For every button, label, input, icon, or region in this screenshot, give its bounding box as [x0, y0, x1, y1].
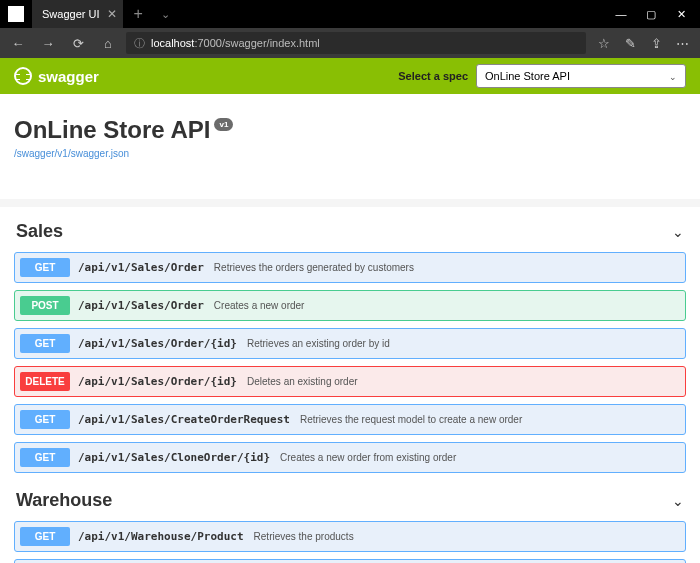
- operation-row[interactable]: GET/api/v1/Warehouse/ProductInventoryGet…: [14, 559, 686, 563]
- address-bar[interactable]: ⓘ localhost:7000/swagger/index.html: [126, 32, 586, 54]
- method-badge: GET: [20, 410, 70, 429]
- close-icon[interactable]: ✕: [107, 7, 117, 21]
- close-window-button[interactable]: ✕: [666, 0, 696, 28]
- operation-path: /api/v1/Warehouse/Product: [78, 530, 244, 543]
- operation-path: /api/v1/Sales/CreateOrderRequest: [78, 413, 290, 426]
- version-badge: v1: [214, 118, 233, 131]
- info-icon: ⓘ: [134, 36, 145, 51]
- section-title: Sales: [16, 221, 63, 242]
- back-button[interactable]: ←: [6, 31, 30, 55]
- operation-path: /api/v1/Sales/Order: [78, 261, 204, 274]
- minimize-button[interactable]: —: [606, 0, 636, 28]
- operations-container: Sales⌄GET/api/v1/Sales/OrderRetrieves th…: [0, 207, 700, 563]
- api-header: OnLine Store API v1 /swagger/v1/swagger.…: [0, 94, 700, 199]
- method-badge: GET: [20, 258, 70, 277]
- operation-description: Retrieves the orders generated by custom…: [214, 262, 414, 273]
- spec-selected: OnLine Store API: [485, 70, 570, 82]
- operation-path: /api/v1/Sales/Order: [78, 299, 204, 312]
- operation-path: /api/v1/Sales/CloneOrder/{id}: [78, 451, 270, 464]
- spec-label: Select a spec: [398, 70, 468, 82]
- section-header[interactable]: Sales⌄: [14, 211, 686, 252]
- method-badge: DELETE: [20, 372, 70, 391]
- operation-description: Deletes an existing order: [247, 376, 358, 387]
- home-button[interactable]: ⌂: [96, 31, 120, 55]
- operation-path: /api/v1/Sales/Order/{id}: [78, 375, 237, 388]
- section-title: Warehouse: [16, 490, 112, 511]
- method-badge: POST: [20, 296, 70, 315]
- operation-description: Retrieves the request model to create a …: [300, 414, 522, 425]
- method-badge: GET: [20, 527, 70, 546]
- swagger-logo-icon: [14, 67, 32, 85]
- operation-description: Creates a new order from existing order: [280, 452, 456, 463]
- notes-icon[interactable]: ✎: [618, 31, 642, 55]
- operation-description: Retrieves an existing order by id: [247, 338, 390, 349]
- new-tab-button[interactable]: +: [123, 5, 152, 23]
- operation-row[interactable]: GET/api/v1/Sales/Order/{id}Retrieves an …: [14, 328, 686, 359]
- operation-description: Retrieves the products: [254, 531, 354, 542]
- app-icon: [8, 6, 24, 22]
- spec-select[interactable]: OnLine Store API ⌄: [476, 64, 686, 88]
- swagger-brand: swagger: [38, 68, 99, 85]
- nav-bar: ← → ⟳ ⌂ ⓘ localhost:7000/swagger/index.h…: [0, 28, 700, 58]
- operation-row[interactable]: GET/api/v1/Sales/CloneOrder/{id}Creates …: [14, 442, 686, 473]
- section-header[interactable]: Warehouse⌄: [14, 480, 686, 521]
- tab-title: Swagger UI: [42, 8, 99, 20]
- swagger-logo: swagger: [14, 67, 99, 85]
- operation-row[interactable]: POST/api/v1/Sales/OrderCreates a new ord…: [14, 290, 686, 321]
- method-badge: GET: [20, 334, 70, 353]
- api-title: OnLine Store API v1: [14, 116, 233, 144]
- favorite-icon[interactable]: ☆: [592, 31, 616, 55]
- chevron-down-icon: ⌄: [672, 224, 684, 240]
- refresh-button[interactable]: ⟳: [66, 31, 90, 55]
- maximize-button[interactable]: ▢: [636, 0, 666, 28]
- method-badge: GET: [20, 448, 70, 467]
- operation-path: /api/v1/Sales/Order/{id}: [78, 337, 237, 350]
- operation-description: Creates a new order: [214, 300, 305, 311]
- operation-row[interactable]: DELETE/api/v1/Sales/Order/{id}Deletes an…: [14, 366, 686, 397]
- chevron-down-icon: ⌄: [669, 72, 677, 82]
- share-icon[interactable]: ⇪: [644, 31, 668, 55]
- forward-button[interactable]: →: [36, 31, 60, 55]
- more-icon[interactable]: ⋯: [670, 31, 694, 55]
- operation-row[interactable]: GET/api/v1/Sales/CreateOrderRequestRetri…: [14, 404, 686, 435]
- tabs-menu-icon[interactable]: ⌄: [153, 8, 178, 21]
- browser-tab[interactable]: Swagger UI ✕: [32, 0, 123, 28]
- swagger-topbar: swagger Select a spec OnLine Store API ⌄: [0, 58, 700, 94]
- operation-row[interactable]: GET/api/v1/Sales/OrderRetrieves the orde…: [14, 252, 686, 283]
- api-json-link[interactable]: /swagger/v1/swagger.json: [14, 148, 686, 159]
- operation-row[interactable]: GET/api/v1/Warehouse/ProductRetrieves th…: [14, 521, 686, 552]
- url-text: localhost:7000/swagger/index.html: [151, 37, 320, 49]
- chevron-down-icon: ⌄: [672, 493, 684, 509]
- title-bar: Swagger UI ✕ + ⌄ — ▢ ✕: [0, 0, 700, 28]
